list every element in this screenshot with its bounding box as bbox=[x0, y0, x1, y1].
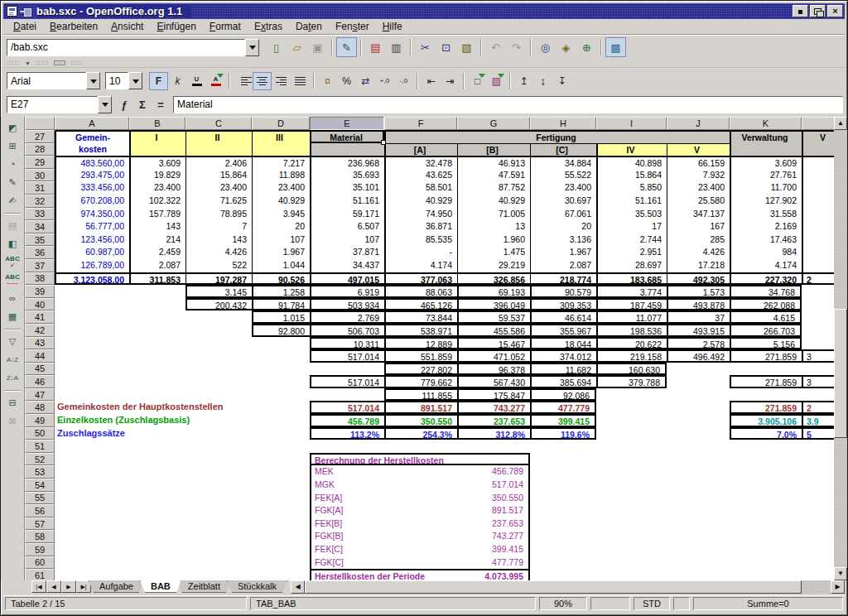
cell-J37[interactable]: 17.218 bbox=[667, 259, 730, 272]
cell-D49[interactable] bbox=[252, 414, 310, 427]
cell-D36[interactable]: 1.967 bbox=[252, 246, 310, 259]
cell-I29[interactable]: 40.898 bbox=[596, 156, 667, 169]
cell-H49[interactable]: 399.415 bbox=[530, 414, 596, 427]
cell-L43[interactable] bbox=[802, 337, 836, 350]
cell-I47[interactable] bbox=[596, 388, 667, 402]
row-header-33[interactable]: 33 bbox=[25, 208, 55, 221]
cell-F40[interactable]: 465.126 bbox=[384, 298, 457, 311]
delete-decimal-icon[interactable]: -,0 bbox=[394, 72, 413, 90]
cell-C61[interactable] bbox=[186, 569, 252, 580]
cell-B30[interactable]: 19.829 bbox=[129, 169, 186, 182]
cell-B41[interactable] bbox=[129, 310, 186, 324]
cell-J60[interactable] bbox=[667, 556, 730, 570]
cell-A32[interactable]: 670.208,00 bbox=[55, 195, 129, 208]
cell-A27[interactable]: Gemein- bbox=[55, 130, 129, 143]
cell-H59[interactable] bbox=[530, 543, 596, 556]
dock-handle-icon[interactable] bbox=[7, 60, 20, 65]
row-header-30[interactable]: 30 bbox=[25, 169, 55, 182]
cell-L48[interactable]: 2 bbox=[802, 401, 836, 414]
name-box[interactable] bbox=[7, 96, 98, 113]
cell-H30[interactable]: 55.522 bbox=[530, 169, 596, 182]
cell-I51[interactable] bbox=[596, 440, 667, 453]
cell-A45[interactable] bbox=[55, 363, 129, 376]
cell-C51[interactable] bbox=[186, 440, 252, 453]
scroll-left-icon[interactable]: ◀ bbox=[291, 580, 305, 594]
row-header-28[interactable]: 28 bbox=[25, 143, 55, 156]
cell-J47[interactable] bbox=[667, 388, 730, 402]
cell-A37[interactable]: 126.789,00 bbox=[55, 259, 129, 272]
font-name-dropdown-button[interactable] bbox=[86, 72, 100, 89]
cell-H58[interactable] bbox=[530, 530, 596, 543]
row-header-51[interactable]: 51 bbox=[25, 440, 55, 453]
cell-B46[interactable] bbox=[129, 375, 186, 388]
cell-D27[interactable]: III bbox=[252, 130, 310, 143]
cell-E58[interactable]: FGK[B] bbox=[310, 530, 457, 543]
cell-B29[interactable]: 3.609 bbox=[129, 156, 186, 169]
cell-A28[interactable]: kosten bbox=[55, 143, 129, 156]
cell-B45[interactable] bbox=[129, 363, 186, 376]
cell-B39[interactable] bbox=[129, 285, 186, 298]
row-header-47[interactable]: 47 bbox=[25, 388, 55, 402]
edit-mode-icon[interactable]: ✎ bbox=[336, 37, 357, 57]
cell-D28[interactable] bbox=[252, 143, 310, 156]
cell-D61[interactable] bbox=[252, 569, 310, 580]
cell-K59[interactable] bbox=[730, 543, 802, 556]
cell-B43[interactable] bbox=[129, 337, 186, 350]
draw-functions-icon[interactable]: ✎ bbox=[2, 174, 22, 191]
cell-J58[interactable] bbox=[667, 530, 730, 543]
cell-H57[interactable] bbox=[530, 517, 596, 531]
cell-C49[interactable] bbox=[186, 414, 252, 427]
cell-K58[interactable] bbox=[730, 530, 802, 543]
cell-K49[interactable]: 3.905.106 bbox=[730, 414, 802, 427]
currency-format-icon[interactable]: ¤ bbox=[318, 72, 337, 90]
cell-C44[interactable] bbox=[186, 349, 252, 363]
cell-C56[interactable] bbox=[186, 504, 252, 517]
cell-J56[interactable] bbox=[667, 504, 730, 517]
cell-I30[interactable]: 15.864 bbox=[596, 169, 667, 182]
navigator-icon[interactable]: ◎ bbox=[535, 37, 556, 57]
cell-G54[interactable]: 517.014 bbox=[457, 479, 530, 492]
cell-C33[interactable]: 78.895 bbox=[186, 208, 252, 221]
cell-A41[interactable] bbox=[55, 310, 129, 324]
cell-G45[interactable]: 96.378 bbox=[457, 363, 530, 376]
cell-A51[interactable] bbox=[55, 440, 129, 453]
cell-B60[interactable] bbox=[129, 556, 186, 570]
scroll-right-icon[interactable]: ▶ bbox=[831, 580, 845, 594]
cell-C30[interactable]: 15.864 bbox=[186, 169, 252, 182]
cell-K47[interactable] bbox=[730, 388, 802, 402]
cell-I36[interactable]: 2.951 bbox=[596, 246, 667, 259]
cell-L54[interactable] bbox=[802, 479, 836, 492]
menu-daten[interactable]: Daten bbox=[289, 20, 329, 33]
cell-H33[interactable]: 67.061 bbox=[530, 208, 596, 221]
cell-E33[interactable]: 59.171 bbox=[310, 208, 384, 221]
export-pdf-icon[interactable]: ▤ bbox=[365, 37, 386, 57]
cell-F47[interactable]: 111.855 bbox=[384, 388, 457, 402]
cell-G37[interactable]: 29.219 bbox=[457, 259, 530, 272]
column-header-L[interactable] bbox=[802, 117, 836, 130]
standard-format-icon[interactable]: ⇄ bbox=[356, 72, 375, 90]
cell-E49[interactable]: 456.789 bbox=[310, 414, 384, 427]
cell-A53[interactable] bbox=[55, 465, 129, 479]
sheet-tab-aufgabe[interactable]: Aufgabe bbox=[89, 580, 144, 593]
column-header-D[interactable]: D bbox=[252, 117, 310, 130]
cell-C34[interactable]: 7 bbox=[186, 220, 252, 233]
row-header-38[interactable]: 38 bbox=[25, 272, 55, 286]
cell-K31[interactable]: 11.700 bbox=[730, 181, 802, 195]
cell-B51[interactable] bbox=[129, 440, 186, 453]
pin-toolbar-icon[interactable] bbox=[54, 60, 65, 65]
cell-H45[interactable]: 11.682 bbox=[530, 363, 596, 376]
cell-C35[interactable]: 143 bbox=[186, 233, 252, 247]
align-center-icon[interactable] bbox=[253, 72, 272, 90]
cell-F41[interactable]: 73.844 bbox=[384, 310, 457, 324]
cell-E31[interactable]: 35.101 bbox=[310, 181, 384, 195]
cell-D30[interactable]: 11.898 bbox=[252, 169, 310, 182]
align-top-icon[interactable]: ↥ bbox=[514, 72, 533, 90]
cell-A39[interactable] bbox=[55, 285, 129, 298]
cell-D42[interactable]: 92.800 bbox=[252, 324, 310, 337]
cell-K29[interactable]: 3.609 bbox=[730, 156, 802, 169]
cell-E28[interactable] bbox=[310, 143, 384, 156]
cell-I38[interactable]: 183.685 bbox=[596, 272, 667, 286]
cell-F27[interactable]: Fertigung bbox=[384, 130, 730, 143]
cell-G50[interactable]: 312,8% bbox=[457, 427, 530, 440]
cell-H40[interactable]: 309.353 bbox=[530, 298, 596, 311]
